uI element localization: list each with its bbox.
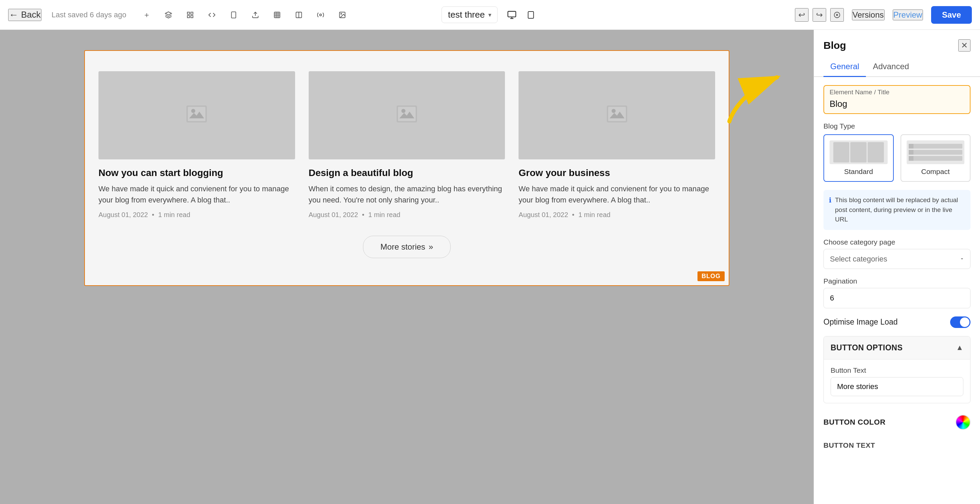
svg-rect-8	[274, 12, 280, 17]
svg-point-31	[401, 109, 406, 113]
blog-type-section: Blog Type Standard	[824, 122, 970, 182]
blog-post-card-3: Grow your business We have made it quick…	[519, 71, 715, 219]
redo-button[interactable]: ↪	[813, 8, 826, 22]
svg-point-34	[612, 109, 616, 113]
panel-title: Blog	[824, 40, 846, 51]
blog-posts-grid: Now you can start blogging We have made …	[99, 71, 715, 219]
svg-rect-30	[398, 107, 416, 121]
media-icon[interactable]	[336, 8, 349, 22]
panel-header: Blog ✕	[814, 30, 980, 52]
dropdown-chevron-icon: ▾	[488, 11, 492, 19]
connect-icon[interactable]	[314, 8, 327, 22]
panel-tabs: General Advanced	[814, 57, 980, 77]
toolbar-center: test three ▾	[441, 6, 538, 23]
category-label: Choose category page	[824, 238, 970, 246]
optimise-image-row: Optimise Image Load	[824, 317, 970, 328]
save-button[interactable]: Save	[931, 6, 972, 24]
back-arrow-icon: ←	[9, 10, 18, 21]
svg-point-15	[320, 14, 321, 16]
post-title-3: Grow your business	[519, 168, 715, 178]
toolbar: ← Back Last saved 6 days ago ＋	[0, 0, 980, 30]
view-icons	[504, 8, 539, 22]
compact-label: Compact	[921, 168, 950, 176]
button-options-content: Button Text	[824, 359, 970, 403]
grid-layout-icon[interactable]	[270, 8, 284, 22]
element-name-label: Element Name / Title	[824, 86, 970, 97]
pagination-section: Pagination	[824, 277, 970, 308]
toolbar-left: ← Back Last saved 6 days ago ＋	[8, 8, 349, 22]
button-options-header[interactable]: Button Options ▲	[824, 336, 970, 359]
canvas-area: Now you can start blogging We have made …	[0, 30, 814, 504]
panel-close-button[interactable]: ✕	[958, 40, 970, 52]
standard-preview	[830, 140, 888, 164]
post-image-1	[99, 71, 295, 159]
element-name-field-group: Element Name / Title	[824, 85, 970, 114]
add-icon[interactable]: ＋	[140, 8, 153, 22]
columns-layout-icon[interactable]	[292, 8, 305, 22]
svg-rect-27	[188, 107, 205, 121]
pagination-label: Pagination	[824, 277, 970, 285]
button-text-style-label: BUTTON TEXT	[824, 441, 970, 449]
undo-button[interactable]: ↩	[795, 8, 808, 22]
tablet-view-icon[interactable]	[523, 8, 539, 22]
pages-icon[interactable]	[183, 8, 197, 22]
button-options-title: Button Options	[830, 343, 902, 352]
accordion-chevron-icon: ▲	[956, 343, 963, 352]
pagination-input[interactable]	[824, 288, 970, 308]
blog-post-card-1: Now you can start blogging We have made …	[99, 71, 295, 219]
svg-rect-2	[191, 12, 193, 14]
element-name-field[interactable]: Element Name / Title	[824, 85, 970, 114]
svg-rect-1	[188, 12, 189, 14]
back-label: Back	[21, 10, 41, 20]
desktop-view-icon[interactable]	[504, 8, 520, 22]
button-text-group: Button Text	[830, 366, 963, 396]
post-image-2	[309, 71, 505, 159]
more-stories-button[interactable]: More stories »	[363, 236, 450, 258]
toolbar-icons: ＋	[140, 8, 349, 22]
blog-type-options: Standard	[824, 134, 970, 182]
svg-rect-3	[188, 15, 189, 17]
project-name-label: test three	[448, 10, 485, 20]
preview-button[interactable]: Preview	[893, 10, 923, 21]
svg-rect-4	[191, 15, 193, 17]
button-text-style-group: BUTTON TEXT	[824, 441, 970, 452]
svg-rect-18	[508, 11, 516, 17]
post-excerpt-3: We have made it quick and convienent for…	[519, 183, 715, 206]
category-select[interactable]: Select categories	[824, 249, 970, 269]
button-color-row: BUTTON COLOR	[824, 411, 970, 433]
code-icon[interactable]	[205, 8, 219, 22]
blog-type-standard[interactable]: Standard	[824, 134, 894, 182]
post-title-1: Now you can start blogging	[99, 168, 295, 178]
info-box: ℹ This blog content will be replaced by …	[824, 190, 970, 230]
mobile-view-icon[interactable]	[227, 8, 240, 22]
image-placeholder-icon-3	[607, 104, 627, 127]
project-name-dropdown[interactable]: test three ▾	[441, 6, 498, 23]
svg-marker-0	[165, 11, 172, 14]
info-icon: ℹ	[829, 196, 832, 204]
save-status: Last saved 6 days ago	[52, 11, 126, 19]
upload-icon[interactable]	[248, 8, 262, 22]
diff-button[interactable]	[830, 8, 844, 22]
tab-general[interactable]: General	[824, 57, 866, 77]
button-color-label: BUTTON COLOR	[824, 418, 886, 427]
blog-block[interactable]: Now you can start blogging We have made …	[84, 50, 729, 286]
optimise-image-toggle[interactable]	[950, 317, 970, 328]
blog-post-card-2: Design a beautiful blog When it comes to…	[309, 71, 505, 219]
svg-rect-33	[608, 107, 626, 121]
back-button[interactable]: ← Back	[8, 9, 41, 21]
toolbar-right: ↩ ↪ Versions Preview Save	[795, 6, 972, 24]
button-text-input[interactable]	[830, 377, 963, 396]
layers-icon[interactable]	[162, 8, 175, 22]
image-placeholder-icon-2	[397, 104, 417, 127]
element-name-input[interactable]	[824, 97, 970, 113]
blog-type-compact[interactable]: Compact	[900, 134, 971, 182]
canvas-container: Now you can start blogging We have made …	[84, 50, 729, 286]
more-stories-label: More stories	[380, 242, 425, 252]
image-placeholder-icon	[186, 104, 207, 127]
blog-tag: BLOG	[697, 271, 725, 281]
standard-label: Standard	[844, 168, 873, 176]
tab-advanced[interactable]: Advanced	[866, 57, 916, 77]
versions-button[interactable]: Versions	[852, 10, 885, 21]
post-title-2: Design a beautiful blog	[309, 168, 505, 178]
button-color-picker[interactable]	[956, 415, 970, 430]
